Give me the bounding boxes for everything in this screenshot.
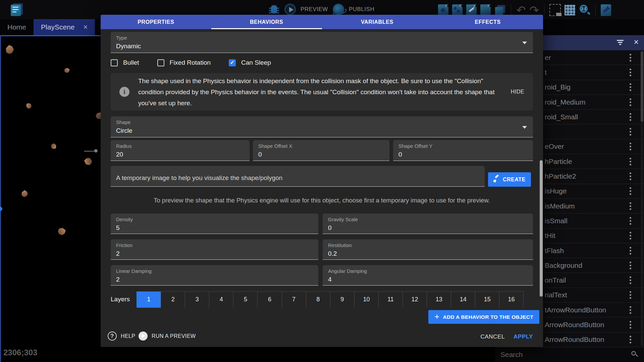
layer-cell-4[interactable]: 4 (209, 292, 233, 308)
run-preview-button[interactable]: RUN A PREVIEW (139, 331, 196, 341)
layer-cell-5[interactable]: 5 (233, 292, 257, 308)
asteroid-sprite[interactable] (5, 45, 15, 55)
radius-field[interactable]: Radius 20 (111, 140, 250, 161)
density-input[interactable]: 5 (116, 224, 313, 232)
checkbox-box[interactable]: ✓ (111, 59, 118, 66)
objects-scrollbar-thumb[interactable] (641, 51, 643, 122)
angular-damping-field[interactable]: Angular Damping 4 (323, 265, 533, 286)
preview-play-icon[interactable] (284, 4, 296, 15)
debug-icon[interactable] (268, 4, 280, 15)
layer-cell-16[interactable]: 16 (499, 292, 523, 308)
asteroid-sprite[interactable] (20, 189, 29, 198)
zoom-1-1-icon[interactable]: 1:1 (579, 4, 590, 16)
row-menu-icon[interactable] (630, 336, 631, 344)
settings-wrench-icon[interactable] (601, 4, 611, 16)
apply-button[interactable]: APPLY (512, 331, 535, 342)
tab-properties[interactable]: PROPERTIES (101, 15, 211, 29)
shape-dropdown[interactable]: Shape Circle (111, 116, 533, 137)
row-menu-icon[interactable] (630, 202, 631, 210)
row-menu-icon[interactable] (630, 321, 631, 328)
type-dropdown[interactable]: Type Dynamic (111, 32, 533, 53)
layer-cell-10[interactable]: 10 (354, 292, 378, 308)
project-manager-icon[interactable] (9, 3, 23, 17)
scene-object-icon[interactable] (438, 4, 448, 16)
shape-offset-x-field[interactable]: Shape Offset X 0 (253, 140, 389, 161)
layer-cell-9[interactable]: 9 (330, 292, 354, 308)
layer-cell-12[interactable]: 12 (402, 292, 427, 308)
selection-anchor-dot[interactable] (0, 207, 2, 211)
checkbox-box[interactable]: ✓ (157, 59, 164, 66)
grid-icon[interactable] (565, 5, 575, 15)
publish-globe-icon[interactable] (333, 4, 344, 15)
row-menu-icon[interactable] (630, 187, 631, 195)
search-bar[interactable]: Search (495, 347, 644, 362)
properties-list-icon[interactable] (480, 4, 491, 16)
asteroid-sprite[interactable] (58, 228, 66, 236)
friction-field[interactable]: Friction 2 (111, 239, 318, 260)
friction-input[interactable]: 2 (116, 250, 313, 257)
density-field[interactable]: Density 5 (111, 214, 318, 234)
row-menu-icon[interactable] (630, 277, 631, 284)
close-icon[interactable]: × (634, 37, 639, 47)
tab-behaviors[interactable]: BEHAVIORS (211, 15, 322, 29)
angular-damping-input[interactable]: 4 (328, 276, 528, 283)
asteroid-sprite[interactable] (83, 156, 94, 167)
row-menu-icon[interactable] (630, 113, 631, 121)
restitution-input[interactable]: 0.2 (328, 250, 528, 257)
gravity-scale-field[interactable]: Gravity Scale 0 (323, 214, 533, 234)
tab-home[interactable]: Home (0, 19, 34, 35)
gravity-scale-input[interactable]: 0 (328, 224, 528, 232)
redo-icon[interactable]: ↷ (530, 4, 539, 16)
restitution-field[interactable]: Restitution 0.2 (323, 239, 533, 260)
row-menu-icon[interactable] (630, 217, 631, 225)
row-menu-icon[interactable] (630, 128, 631, 136)
hide-button[interactable]: HIDE (508, 86, 527, 98)
layer-cell-3[interactable]: 3 (185, 292, 209, 308)
can-sleep-checkbox[interactable]: ✓ Can Sleep (229, 59, 271, 66)
create-button[interactable]: CREATE (488, 172, 531, 187)
row-menu-icon[interactable] (630, 261, 631, 269)
tab-effects[interactable]: EFFECTS (432, 15, 543, 29)
preview-button[interactable]: PREVIEW (301, 6, 328, 13)
row-menu-icon[interactable] (630, 143, 631, 150)
row-menu-icon[interactable] (630, 98, 631, 106)
search-input[interactable]: Search (495, 351, 631, 359)
tab-variables[interactable]: VARIABLES (322, 15, 433, 29)
asteroid-sprite[interactable] (50, 142, 57, 150)
tab-playscene[interactable]: PlayScene × (34, 19, 95, 35)
asteroid-sprite[interactable] (64, 67, 70, 73)
row-menu-icon[interactable] (630, 306, 631, 314)
layers-icon[interactable] (494, 4, 506, 16)
objects-group-icon[interactable] (452, 4, 463, 16)
temp-image-field[interactable]: A temporary image to help you visualize … (111, 166, 485, 187)
marquee-remove-icon[interactable] (549, 4, 561, 16)
layer-cell-14[interactable]: 14 (451, 292, 475, 308)
layer-cell-6[interactable]: 6 (257, 292, 281, 308)
shape-offset-x-input[interactable]: 0 (258, 151, 384, 158)
publish-button[interactable]: PUBLISH (349, 6, 374, 13)
help-button[interactable]: ? HELP (108, 331, 135, 341)
layer-cell-1[interactable]: 1 (137, 292, 161, 308)
linear-damping-input[interactable]: 2 (116, 276, 313, 283)
filter-icon[interactable] (616, 40, 624, 45)
edit-scene-icon[interactable] (466, 4, 477, 16)
row-menu-icon[interactable] (630, 83, 631, 91)
tab-close-icon[interactable]: × (83, 23, 88, 32)
dialog-scrollbar-thumb[interactable] (540, 160, 543, 297)
radius-input[interactable]: 20 (116, 151, 244, 158)
row-menu-icon[interactable] (630, 232, 631, 240)
bullet-checkbox[interactable]: ✓ Bullet (111, 59, 139, 66)
linear-damping-field[interactable]: Linear Damping 2 (111, 265, 318, 286)
row-menu-icon[interactable] (630, 54, 631, 61)
layer-cell-11[interactable]: 11 (378, 292, 402, 308)
checkbox-box[interactable]: ✓ (229, 59, 236, 66)
layer-cell-13[interactable]: 13 (427, 292, 451, 308)
object-handle-dot[interactable] (94, 149, 98, 153)
row-menu-icon[interactable] (630, 173, 631, 180)
shape-offset-y-input[interactable]: 0 (398, 151, 528, 158)
layer-cell-2[interactable]: 2 (161, 292, 185, 308)
layer-cell-7[interactable]: 7 (282, 292, 306, 308)
layer-cell-8[interactable]: 8 (306, 292, 330, 308)
cancel-button[interactable]: CANCEL (478, 331, 507, 342)
fixed-rotation-checkbox[interactable]: ✓ Fixed Rotation (157, 59, 211, 66)
